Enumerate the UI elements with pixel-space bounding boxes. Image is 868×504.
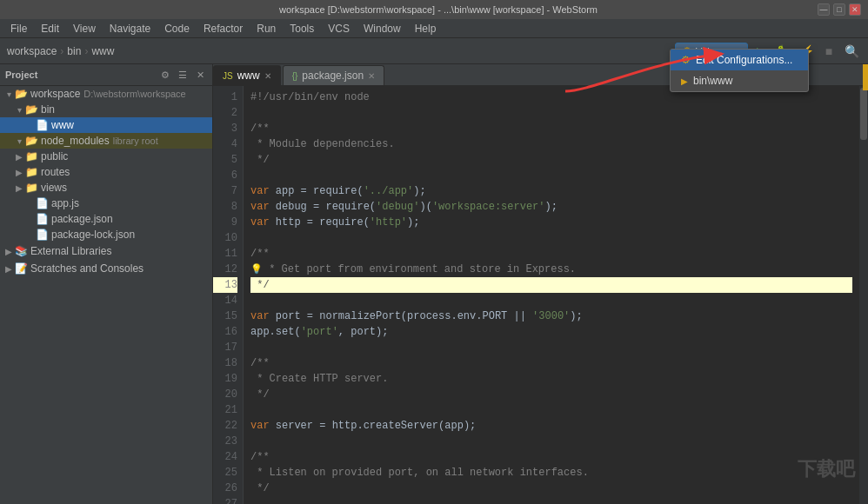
- tree-item-external-libraries[interactable]: ▶ 📚 External Libraries: [0, 242, 212, 260]
- code-line-2: [250, 105, 852, 121]
- tree-item-routes[interactable]: ▶ 📁 routes: [0, 164, 212, 180]
- menu-navigate[interactable]: Navigate: [103, 21, 157, 36]
- line-num-5: 5: [213, 152, 237, 168]
- search-button[interactable]: 🔍: [842, 42, 861, 61]
- scrollbar-thumb[interactable]: [860, 88, 867, 140]
- tree-label-workspace-path: D:\webstorm\workspace: [83, 89, 185, 99]
- sidebar-title: Project: [5, 70, 155, 80]
- tree-item-www[interactable]: 📄 www: [0, 117, 212, 133]
- menu-vcs[interactable]: VCS: [321, 21, 357, 36]
- menu-view[interactable]: View: [66, 21, 103, 36]
- expand-arrow-bin[interactable]: ▾: [14, 105, 24, 115]
- code-line-18: /**: [250, 355, 852, 371]
- tab-packagejson-close[interactable]: ✕: [368, 71, 375, 81]
- expand-arrow-external[interactable]: ▶: [3, 247, 14, 256]
- maximize-button[interactable]: □: [833, 3, 845, 16]
- code-line-4: * Module dependencies.: [250, 136, 852, 152]
- sidebar-close-icon[interactable]: ✕: [193, 68, 207, 82]
- file-icon-www: 📄: [35, 118, 49, 132]
- tree-item-workspace[interactable]: ▾ 📂 workspace D:\webstorm\workspace: [0, 86, 212, 102]
- tree-item-packagejson[interactable]: 📄 package.json: [0, 211, 212, 227]
- minimize-button[interactable]: —: [818, 3, 830, 16]
- external-libraries-icon: 📚: [14, 244, 28, 258]
- folder-icon-bin: 📂: [24, 103, 38, 116]
- tab-packagejson-icon: {}: [292, 71, 298, 81]
- sidebar-settings-icon[interactable]: ⚙: [158, 68, 172, 82]
- code-area[interactable]: #!/usr/bin/env node /** * Module depende…: [244, 86, 859, 504]
- code-line-13: */: [250, 277, 852, 293]
- line-num-6: 6: [213, 168, 237, 183]
- menu-refactor[interactable]: Refactor: [197, 21, 250, 36]
- edit-config-icon: ⚙: [681, 54, 691, 66]
- line-num-8: 8: [213, 199, 237, 215]
- line-num-18: 18: [213, 355, 237, 371]
- tree-item-scratches[interactable]: ▶ 📝 Scratches and Consoles: [0, 260, 212, 277]
- breadcrumb-sep2: ›: [84, 45, 88, 57]
- code-line-26: */: [250, 481, 852, 496]
- line-num-26: 26: [213, 481, 237, 496]
- tree-item-views[interactable]: ▶ 📁 views: [0, 180, 212, 196]
- menu-help[interactable]: Help: [408, 21, 444, 36]
- code-line-8: var debug = require('debug')('workspace:…: [250, 199, 852, 215]
- tree-label-external-libraries: External Libraries: [30, 245, 111, 257]
- code-line-19: * Create HTTP server.: [250, 371, 852, 387]
- folder-icon-public: 📁: [24, 149, 38, 163]
- menu-bar: File Edit View Navigate Code Refactor Ru…: [0, 19, 868, 38]
- editor-scrollbar[interactable]: [859, 86, 868, 504]
- menu-window[interactable]: Window: [357, 21, 408, 36]
- line-num-16: 16: [213, 324, 237, 340]
- file-icon-packagelockjson: 📄: [35, 228, 49, 242]
- expand-arrow-public[interactable]: ▶: [14, 152, 24, 162]
- expand-arrow-views[interactable]: ▶: [14, 183, 24, 193]
- breadcrumb-bin[interactable]: bin: [67, 45, 81, 57]
- code-line-15: var port = normalizePort(process.env.POR…: [250, 308, 852, 324]
- code-line-12: 💡 * Get port from environment and store …: [250, 262, 852, 277]
- menu-edit[interactable]: Edit: [34, 21, 66, 36]
- tree-label-library-root: library root: [113, 136, 158, 146]
- tree-item-public[interactable]: ▶ 📁 public: [0, 149, 212, 164]
- tree-item-packagelockjson[interactable]: 📄 package-lock.json: [0, 227, 212, 242]
- tree-item-node-modules[interactable]: ▾ 📂 node_modules library root: [0, 133, 212, 149]
- code-line-14: [250, 293, 852, 308]
- tab-packagejson[interactable]: {} package.json ✕: [283, 65, 384, 85]
- breadcrumb-www[interactable]: www: [91, 45, 114, 57]
- code-line-21: [250, 402, 852, 418]
- line-num-10: 10: [213, 230, 237, 246]
- line-num-23: 23: [213, 434, 237, 449]
- dropdown-binwww[interactable]: ▶ bin\www: [671, 70, 808, 91]
- window-controls[interactable]: — □ ✕: [818, 3, 861, 16]
- folder-open-icon: 📂: [14, 87, 28, 101]
- close-button[interactable]: ✕: [849, 3, 861, 16]
- tree-label-www: www: [51, 119, 74, 131]
- line-num-21: 21: [213, 402, 237, 418]
- tree-item-bin[interactable]: ▾ 📂 bin: [0, 102, 212, 117]
- stop-button[interactable]: ■: [819, 42, 838, 61]
- menu-tools[interactable]: Tools: [283, 21, 321, 36]
- folder-icon-node-modules: 📂: [24, 134, 38, 148]
- breadcrumb-workspace[interactable]: workspace: [7, 45, 57, 57]
- dropdown-edit-configurations[interactable]: ⚙ Edit Configurations...: [671, 50, 808, 70]
- line-num-13: 13: [213, 277, 237, 293]
- tree-label-public: public: [41, 150, 68, 162]
- tree-item-appjs[interactable]: 📄 app.js: [0, 196, 212, 211]
- tab-packagejson-label: package.json: [302, 70, 364, 82]
- editor-area: JS www ✕ {} package.json ✕ 1 2 3 4 5: [213, 64, 868, 504]
- breadcrumb-sep1: ›: [60, 45, 63, 57]
- tab-www[interactable]: JS www ✕: [213, 65, 281, 85]
- tab-www-close[interactable]: ✕: [264, 71, 271, 81]
- line-num-17: 17: [213, 340, 237, 355]
- dropdown-binwww-label: bin\www: [693, 75, 732, 87]
- expand-arrow-scratches[interactable]: ▶: [3, 264, 14, 274]
- menu-file[interactable]: File: [3, 21, 34, 36]
- line-num-24: 24: [213, 449, 237, 465]
- sidebar-layout-icon[interactable]: ☰: [176, 68, 190, 82]
- line-num-1: 1: [213, 90, 237, 105]
- expand-arrow-routes[interactable]: ▶: [14, 168, 24, 177]
- tree-label-packagelockjson: package-lock.json: [51, 229, 135, 241]
- expand-arrow-node-modules[interactable]: ▾: [14, 136, 24, 146]
- menu-code[interactable]: Code: [157, 21, 197, 36]
- file-icon-appjs: 📄: [35, 196, 49, 210]
- line-num-20: 20: [213, 387, 237, 402]
- menu-run[interactable]: Run: [250, 21, 283, 36]
- expand-arrow-workspace[interactable]: ▾: [3, 90, 14, 99]
